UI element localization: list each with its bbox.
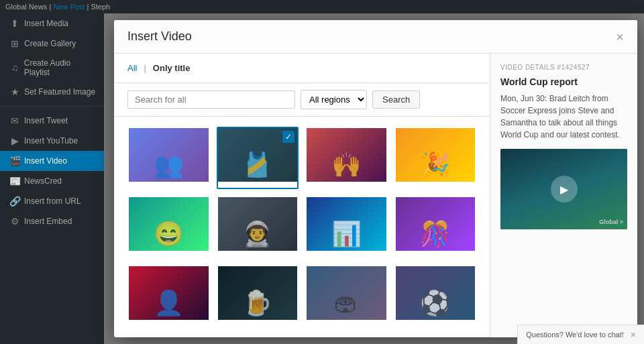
admin-bar: Global News | New Post | Steph [0, 0, 644, 13]
site-name: Global News [5, 3, 47, 11]
new-post-link[interactable]: New Post [53, 3, 85, 11]
user-name: Steph [91, 3, 110, 11]
